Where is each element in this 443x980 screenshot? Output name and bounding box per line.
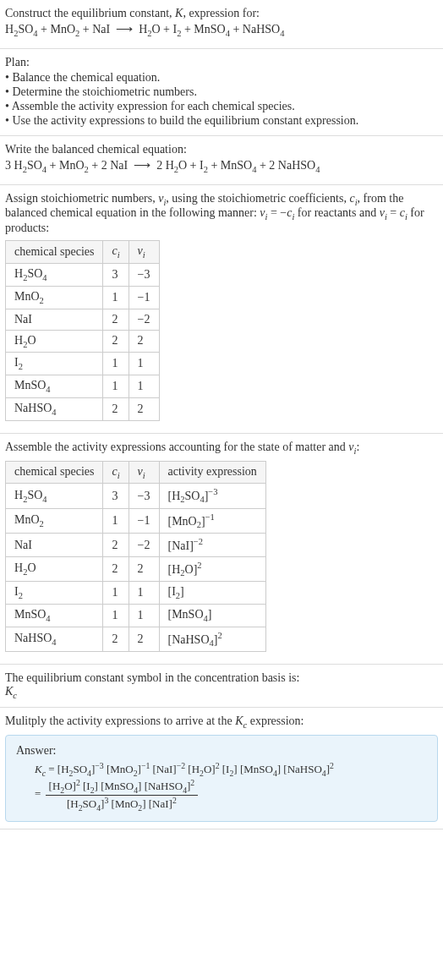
- table-row: NaHSO422[NaHSO4]2: [6, 627, 266, 651]
- cell: 1: [103, 286, 129, 309]
- table-row: NaI2−2: [6, 309, 160, 330]
- stoich-table: chemical species ci νi H2SO43−3 MnO21−1 …: [5, 240, 160, 421]
- cell: I2: [6, 353, 103, 375]
- cell: 1: [129, 605, 159, 627]
- plan-title: Plan:: [5, 56, 438, 69]
- prompt-section: Construct the equilibrium constant, K, e…: [0, 0, 443, 49]
- equals-text: =: [35, 787, 44, 800]
- col-header: chemical species: [6, 241, 103, 264]
- activity-intro: Assemble the activity expressions accoun…: [5, 441, 438, 456]
- cell: 2: [103, 534, 129, 557]
- cell: [H2O]2: [159, 556, 265, 581]
- table-row: H2SO43−3[H2SO4]−3: [6, 484, 266, 508]
- cell: −1: [129, 508, 159, 533]
- cell: 1: [129, 375, 159, 398]
- cell: 2: [129, 556, 159, 581]
- cell: NaHSO4: [6, 627, 103, 651]
- cell: 2: [103, 556, 129, 581]
- cell: H2O: [6, 556, 103, 581]
- col-header: ci: [103, 461, 129, 484]
- cell: [NaI]−2: [159, 534, 265, 557]
- table-row: MnSO411: [6, 375, 160, 398]
- col-header: νi: [129, 461, 159, 484]
- balanced-equation: 3 H2SO4 + MnO2 + 2 NaI ⟶ 2 H2O + I2 + Mn…: [5, 158, 438, 174]
- col-header: activity expression: [159, 461, 265, 484]
- cell: H2SO4: [6, 484, 103, 508]
- table-row: NaHSO422: [6, 397, 160, 420]
- cell: 3: [103, 484, 129, 508]
- plan-item: • Assemble the activity expression for e…: [5, 100, 438, 113]
- col-header: chemical species: [6, 461, 103, 484]
- cell: 2: [129, 330, 159, 353]
- cell: NaI: [6, 534, 103, 557]
- cell: 1: [129, 353, 159, 375]
- activity-section: Assemble the activity expressions accoun…: [0, 434, 443, 665]
- table-row: MnSO411[MnSO4]: [6, 605, 266, 627]
- cell: [NaHSO4]2: [159, 627, 265, 651]
- cell: 2: [129, 627, 159, 651]
- table-row: MnO21−1[MnO2]−1: [6, 508, 266, 533]
- kc-symbol: Kc: [5, 685, 438, 700]
- kc-symbol-label: The equilibrium constant symbol in the c…: [5, 671, 438, 685]
- answer-label: Answer:: [16, 744, 427, 758]
- cell: −2: [129, 309, 159, 330]
- prompt-text: Construct the equilibrium constant, K, e…: [5, 7, 438, 20]
- cell: NaI: [6, 309, 103, 330]
- cell: 2: [129, 397, 159, 420]
- table-row: NaI2−2[NaI]−2: [6, 534, 266, 557]
- cell: [H2SO4]−3: [159, 484, 265, 508]
- balanced-eq-section: Write the balanced chemical equation: 3 …: [0, 136, 443, 185]
- cell: −1: [129, 286, 159, 309]
- cell: −2: [129, 534, 159, 557]
- table-row: H2O22[H2O]2: [6, 556, 266, 581]
- cell: −3: [129, 484, 159, 508]
- cell: 1: [103, 375, 129, 398]
- balanced-eq-label: Write the balanced chemical equation:: [5, 143, 438, 156]
- cell: 2: [103, 330, 129, 353]
- plan-list: • Balance the chemical equation. • Deter…: [5, 71, 438, 128]
- cell: 3: [103, 263, 129, 286]
- fraction-numerator: [H2O]2 [I2] [MnSO4] [NaHSO4]2: [46, 778, 199, 796]
- cell: −3: [129, 263, 159, 286]
- cell: 2: [103, 309, 129, 330]
- plan-item: • Balance the chemical equation.: [5, 71, 438, 85]
- plan-item: • Use the activity expressions to build …: [5, 114, 438, 128]
- cell: [I2]: [159, 582, 265, 605]
- kc-expression-fraction: = [H2O]2 [I2] [MnSO4] [NaHSO4]2 [H2SO4]3…: [35, 778, 427, 813]
- cell: 1: [129, 582, 159, 605]
- cell: MnO2: [6, 508, 103, 533]
- cell: 2: [103, 397, 129, 420]
- col-header: ci: [103, 241, 129, 264]
- plan-section: Plan: • Balance the chemical equation. •…: [0, 49, 443, 136]
- cell: H2SO4: [6, 263, 103, 286]
- cell: MnSO4: [6, 605, 103, 627]
- cell: MnO2: [6, 286, 103, 309]
- answer-box: Answer: Kc = [H2SO4]−3 [MnO2]−1 [NaI]−2 …: [5, 735, 438, 822]
- activity-table: chemical species ci νi activity expressi…: [5, 461, 266, 653]
- table-row: H2O22: [6, 330, 160, 353]
- cell: MnSO4: [6, 375, 103, 398]
- cell: 1: [103, 582, 129, 605]
- unbalanced-equation: H2SO4 + MnO2 + NaI ⟶ H2O + I2 + MnSO4 + …: [5, 22, 438, 38]
- stoich-section: Assign stoichiometric numbers, νi, using…: [0, 185, 443, 434]
- cell: 1: [103, 605, 129, 627]
- final-intro: Mulitply the activity expressions to arr…: [5, 714, 438, 730]
- table-header-row: chemical species ci νi: [6, 241, 160, 264]
- cell: [MnO2]−1: [159, 508, 265, 533]
- kc-expression-flat: Kc = [H2SO4]−3 [MnO2]−1 [NaI]−2 [H2O]2 […: [35, 761, 427, 778]
- col-header: νi: [129, 241, 159, 264]
- table-row: H2SO43−3: [6, 263, 160, 286]
- cell: 2: [103, 627, 129, 651]
- stoich-intro: Assign stoichiometric numbers, νi, using…: [5, 192, 438, 236]
- table-row: I211[I2]: [6, 582, 266, 605]
- table-header-row: chemical species ci νi activity expressi…: [6, 461, 266, 484]
- cell: 1: [103, 508, 129, 533]
- cell: I2: [6, 582, 103, 605]
- final-section: Mulitply the activity expressions to arr…: [0, 708, 443, 829]
- fraction: [H2O]2 [I2] [MnSO4] [NaHSO4]2 [H2SO4]3 […: [46, 778, 199, 813]
- kc-symbol-section: The equilibrium constant symbol in the c…: [0, 665, 443, 708]
- cell: [MnSO4]: [159, 605, 265, 627]
- table-row: I211: [6, 353, 160, 375]
- fraction-denominator: [H2SO4]3 [MnO2] [NaI]2: [46, 796, 199, 813]
- table-row: MnO21−1: [6, 286, 160, 309]
